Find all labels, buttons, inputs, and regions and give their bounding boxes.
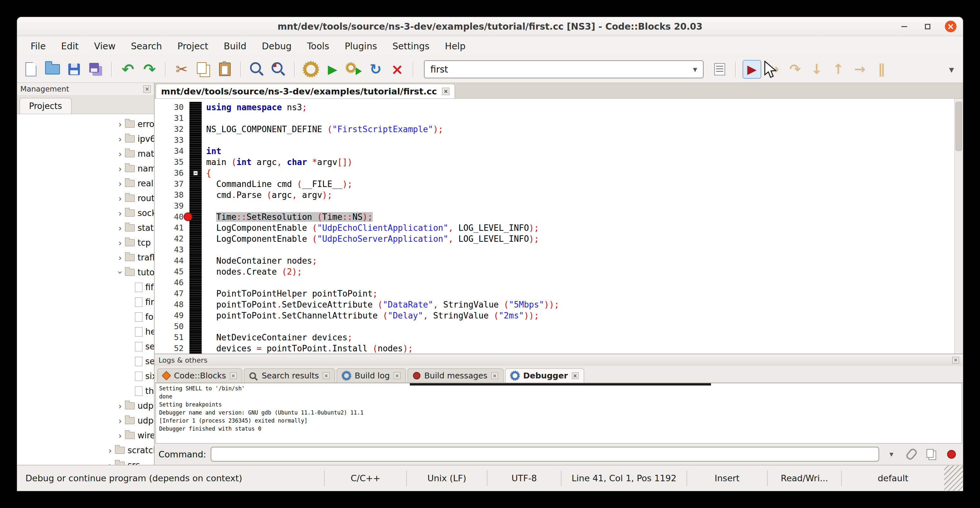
redo-button[interactable]: ↷ (140, 60, 159, 79)
tree-item-reall[interactable]: ›reall (17, 176, 154, 191)
menu-tools[interactable]: Tools (299, 36, 337, 56)
debug-continue-button[interactable]: ▶ (743, 60, 761, 79)
close-button[interactable]: × (945, 21, 956, 32)
tree-item-rout[interactable]: ›rout (17, 191, 154, 205)
new-file-button[interactable] (22, 60, 40, 79)
find-button[interactable] (248, 60, 266, 79)
step-into-button[interactable]: ↓ (807, 60, 826, 79)
chevron-icon[interactable]: › (115, 268, 125, 277)
chevron-icon[interactable]: › (115, 164, 125, 174)
code-line[interactable]: 51 NetDeviceContainer devices; (154, 332, 963, 343)
abort-button[interactable]: × (388, 60, 407, 79)
rebuild-button[interactable]: ↻ (366, 60, 385, 79)
logs-tab-search-results[interactable]: Search results× (244, 368, 336, 382)
menu-plugins[interactable]: Plugins (337, 36, 385, 56)
logs-close-icon[interactable]: × (952, 357, 959, 364)
tree-item-trafl[interactable]: ›trafl (17, 250, 154, 265)
code-line[interactable]: 50 (154, 321, 963, 332)
tree-item-stat[interactable]: ›stat (17, 220, 154, 235)
tree-item-wire[interactable]: ›wire (17, 428, 154, 443)
editor-scrollbar[interactable] (954, 99, 963, 354)
undo-button[interactable]: ↶ (119, 60, 137, 79)
chevron-icon[interactable]: › (115, 223, 125, 233)
tree-item-tcp[interactable]: ›tcp (17, 235, 154, 250)
tree-item-se[interactable]: se (17, 339, 154, 354)
tree-item-udp-[interactable]: ›udp- (17, 413, 154, 428)
toolbar-overflow-chevron-icon[interactable]: ▾ (945, 64, 958, 75)
logs-tab-build-log[interactable]: Build log× (337, 368, 406, 382)
minimize-button[interactable] (899, 21, 910, 32)
code-line[interactable]: 36{ (154, 167, 963, 178)
next-line-button[interactable]: ↷ (786, 60, 804, 79)
chevron-icon[interactable]: › (115, 416, 125, 426)
title-bar[interactable]: mnt/dev/tools/source/ns-3-dev/examples/t… (17, 17, 963, 36)
logs-tab-code-blocks[interactable]: Code::Blocks× (157, 368, 242, 382)
breakpoint-icon[interactable] (184, 212, 192, 221)
debugger-output[interactable]: Setting SHELL to '/bin/sh'doneSetting br… (156, 383, 962, 444)
incremental-search-button[interactable] (710, 60, 729, 79)
build-button[interactable] (302, 60, 320, 79)
step-out-button[interactable]: ↑ (829, 60, 848, 79)
logs-tab-debugger[interactable]: Debugger× (505, 368, 584, 382)
code-line[interactable]: 44 NodeContainer nodes; (154, 255, 963, 266)
tab-close-icon[interactable]: × (394, 372, 401, 379)
maximize-button[interactable] (922, 21, 933, 32)
editor-tab-close-icon[interactable]: × (442, 88, 449, 95)
code-line[interactable]: 30using namespace ns3; (154, 102, 963, 113)
tree-item-src[interactable]: ›src (17, 458, 154, 465)
chevron-icon[interactable]: › (105, 460, 115, 465)
stop-debugger-button[interactable] (943, 446, 959, 462)
code-line[interactable]: 46 (154, 277, 963, 288)
code-line[interactable]: 45 nodes.Create (2); (154, 266, 963, 277)
editor-tab[interactable]: mnt/dev/tools/source/ns-3-dev/examples/t… (156, 84, 455, 98)
menu-search[interactable]: Search (123, 36, 170, 56)
tree-item-he[interactable]: he (17, 324, 154, 339)
tree-item-th[interactable]: th (17, 384, 154, 398)
tab-close-icon[interactable]: × (491, 372, 498, 379)
toolbar-search-combo[interactable]: first▾ (424, 60, 703, 78)
code-line[interactable]: 41 LogComponentEnable ("UdpEchoClientApp… (154, 222, 963, 233)
code-line[interactable]: 39 (154, 201, 963, 212)
tree-item-mat[interactable]: ›mat (17, 147, 154, 161)
code-line[interactable]: 47 PointToPointHelper pointToPoint; (154, 288, 963, 299)
code-line[interactable]: 32NS_LOG_COMPONENT_DEFINE ("FirstScriptE… (154, 124, 963, 135)
run-button[interactable]: ▶ (323, 60, 342, 79)
chevron-icon[interactable]: › (115, 119, 125, 129)
code-line[interactable]: 38 cmd.Parse (argc, argv); (154, 190, 963, 201)
code-line[interactable]: 49 pointToPoint.SetChannelAttribute ("De… (154, 310, 963, 321)
save-all-button[interactable] (86, 60, 105, 79)
command-input[interactable] (211, 447, 879, 462)
build-and-run-button[interactable] (345, 60, 363, 79)
chevron-icon[interactable]: › (115, 253, 125, 263)
tree-item-erro[interactable]: ›erro (17, 117, 154, 132)
tree-item-udp[interactable]: ›udp (17, 398, 154, 413)
chevron-icon[interactable]: › (115, 134, 125, 144)
management-close-icon[interactable]: × (143, 85, 151, 93)
attach-button[interactable] (904, 446, 919, 462)
tab-close-icon[interactable]: × (230, 372, 237, 379)
tree-item-fif[interactable]: fif (17, 280, 154, 295)
chevron-icon[interactable]: › (115, 208, 125, 218)
code-line[interactable]: 34int (154, 146, 963, 157)
tree-item-nam[interactable]: ›nam (17, 161, 154, 176)
chevron-down-icon[interactable]: ▾ (693, 64, 697, 74)
tree-item-tuto[interactable]: ›tuto (17, 265, 154, 280)
tree-item-scratch[interactable]: ›scratch (17, 443, 154, 458)
copy-log-button[interactable] (924, 446, 939, 462)
code-line[interactable]: 52 devices = pointToPoint.Install (nodes… (154, 343, 963, 354)
menu-project[interactable]: Project (170, 36, 216, 56)
tree-item-se[interactable]: se (17, 354, 154, 369)
menu-file[interactable]: File (23, 36, 54, 56)
cut-button[interactable]: ✂ (172, 60, 191, 79)
replace-button[interactable] (269, 60, 288, 79)
chevron-icon[interactable]: › (115, 149, 125, 159)
tree-item-six[interactable]: six (17, 369, 154, 384)
code-line[interactable]: 37 CommandLine cmd (__FILE__); (154, 178, 963, 190)
code-line[interactable]: 33 (154, 135, 963, 146)
tree-item-sock[interactable]: ›sock (17, 205, 154, 220)
logs-tab-build-messages[interactable]: Build messages× (407, 368, 504, 382)
resize-grip[interactable] (944, 465, 963, 491)
menu-help[interactable]: Help (437, 36, 473, 56)
fold-marker-icon[interactable] (193, 170, 198, 176)
menu-build[interactable]: Build (216, 36, 254, 56)
